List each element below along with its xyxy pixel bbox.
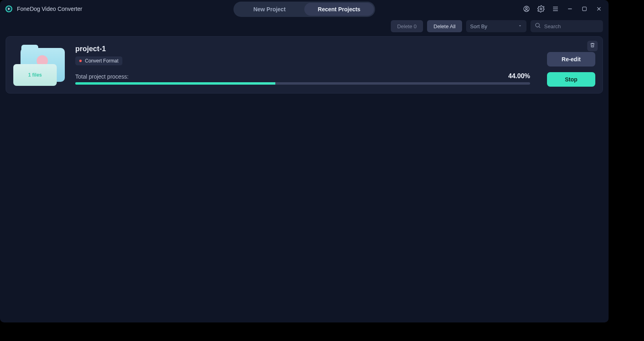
project-title: project-1: [75, 45, 530, 53]
toolbar: Delete 0 Delete All Sort By: [0, 18, 609, 36]
window-controls: [522, 4, 604, 14]
search-box[interactable]: [530, 20, 603, 32]
svg-point-6: [536, 23, 539, 27]
files-count-label: 1 files: [28, 72, 42, 78]
project-thumbnail: 1 files: [13, 45, 66, 85]
close-icon[interactable]: [594, 4, 604, 14]
delete-selected-button[interactable]: Delete 0: [391, 20, 423, 32]
delete-all-button[interactable]: Delete All: [427, 20, 462, 32]
tab-new-project[interactable]: New Project: [235, 3, 304, 16]
process-label: Total project process:: [75, 73, 128, 80]
minimize-icon[interactable]: [565, 4, 575, 14]
svg-point-3: [526, 7, 528, 9]
maximize-icon[interactable]: [580, 4, 589, 14]
folder-front: 1 files: [13, 64, 57, 86]
tab-recent-projects-label: Recent Projects: [318, 6, 361, 12]
progress-fill: [75, 82, 275, 85]
tab-new-project-label: New Project: [253, 6, 285, 12]
chevron-down-icon: [518, 23, 522, 29]
settings-icon[interactable]: [536, 4, 546, 14]
reedit-button[interactable]: Re-edit: [547, 52, 595, 67]
menu-icon[interactable]: [551, 4, 560, 14]
search-input[interactable]: [543, 23, 599, 30]
app-logo-icon: [5, 5, 13, 13]
brand: FoneDog Video Converter: [5, 5, 82, 13]
tab-recent-projects[interactable]: Recent Projects: [304, 3, 374, 16]
project-tag: Convert Format: [75, 56, 122, 65]
app-title: FoneDog Video Converter: [17, 6, 82, 12]
tabs: New Project Recent Projects: [233, 2, 375, 17]
title-bar: FoneDog Video Converter New Project Rece…: [0, 0, 609, 18]
svg-point-4: [540, 8, 542, 10]
project-main: project-1 Convert Format Total project p…: [75, 44, 530, 87]
sort-by-dropdown[interactable]: Sort By: [466, 20, 526, 32]
delete-project-button[interactable]: [587, 41, 598, 51]
process-row: Total project process: 44.00%: [75, 73, 530, 80]
app-window: FoneDog Video Converter New Project Rece…: [0, 0, 609, 322]
project-actions: Re-edit Stop: [539, 52, 595, 87]
progress-bar: [75, 82, 530, 85]
project-card: 1 files project-1 Convert Format Total p…: [6, 36, 603, 94]
sort-by-label: Sort By: [470, 23, 487, 29]
trash-icon: [590, 42, 595, 50]
account-icon[interactable]: [522, 4, 531, 14]
svg-rect-5: [582, 7, 586, 10]
project-tag-label: Convert Format: [85, 58, 118, 64]
stop-button[interactable]: Stop: [547, 72, 595, 87]
process-percent: 44.00%: [508, 73, 530, 80]
search-icon: [535, 22, 541, 30]
status-dot-icon: [79, 60, 82, 62]
